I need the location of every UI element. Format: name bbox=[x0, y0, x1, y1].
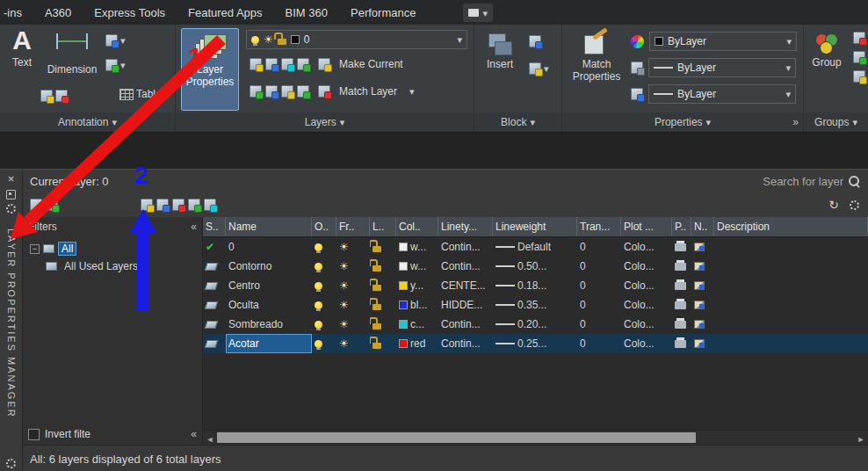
column-header[interactable]: Plot ... bbox=[621, 217, 672, 236]
column-header[interactable]: Description bbox=[714, 217, 868, 236]
layer-description-cell[interactable] bbox=[714, 237, 868, 257]
layer-freeze-icon[interactable] bbox=[339, 260, 349, 272]
plot-icon[interactable] bbox=[675, 301, 686, 309]
ribbon-tab-featured-apps[interactable]: Featured Apps bbox=[188, 6, 263, 19]
column-header[interactable]: Tran... bbox=[577, 217, 621, 236]
match-layer-label[interactable]: Match Layer bbox=[339, 85, 397, 98]
settings-gear-icon[interactable] bbox=[850, 200, 859, 210]
layer-transparency-cell[interactable]: 0 bbox=[577, 257, 621, 276]
insert-block-button[interactable]: Insert bbox=[478, 26, 522, 70]
layer-name-cell[interactable]: Sombreado bbox=[226, 315, 312, 334]
layer-on-icon[interactable] bbox=[315, 282, 322, 290]
layer-freeze-icon[interactable] bbox=[339, 299, 349, 311]
plot-icon[interactable] bbox=[675, 263, 686, 271]
plot-icon[interactable] bbox=[675, 243, 686, 251]
text-tool-button[interactable]: Text bbox=[4, 26, 40, 69]
layer-lock-tool-icon[interactable] bbox=[281, 85, 293, 98]
close-icon[interactable] bbox=[8, 172, 15, 185]
layer-freeze-tool-icon[interactable] bbox=[281, 58, 293, 70]
layer-name-cell[interactable]: Centro bbox=[226, 276, 312, 295]
layer-lineweight-cell[interactable]: 0.35... bbox=[493, 295, 577, 315]
layer-color-cell[interactable]: w... bbox=[396, 257, 438, 276]
filter-item-all-used-layers[interactable]: All Used Layers bbox=[23, 257, 202, 275]
layer-lineweight-cell[interactable]: Default bbox=[493, 237, 577, 257]
layer-name-cell[interactable]: Acotar bbox=[226, 334, 312, 353]
layer-previous-icon[interactable] bbox=[297, 85, 309, 98]
column-header[interactable]: Linety... bbox=[438, 217, 493, 236]
vp-freeze-icon[interactable] bbox=[694, 243, 705, 251]
layer-description-cell[interactable] bbox=[714, 257, 868, 276]
layer-on-icon[interactable] bbox=[315, 243, 322, 251]
panel-caption-annotation[interactable]: Annotation bbox=[0, 112, 175, 132]
layer-properties-button[interactable]: Layer Properties bbox=[181, 28, 239, 111]
layer-row-Centro[interactable]: Centroy...CENTE...0.18...0Colo... bbox=[203, 276, 868, 295]
layer-states-icon[interactable] bbox=[204, 199, 216, 211]
ribbon-tab-a360[interactable]: A360 bbox=[45, 6, 71, 19]
dimension-tool-button[interactable]: Dimension bbox=[44, 26, 100, 76]
layer-on-icon[interactable] bbox=[315, 340, 322, 348]
layer-transparency-cell[interactable]: 0 bbox=[577, 237, 621, 257]
column-header[interactable]: Name bbox=[226, 217, 312, 236]
object-color-dropdown[interactable]: ByLayer bbox=[649, 32, 797, 51]
layer-lineweight-cell[interactable]: 0.20... bbox=[493, 315, 577, 334]
linetype-dropdown[interactable]: ByLayer bbox=[648, 84, 796, 104]
layer-freeze-icon[interactable] bbox=[339, 337, 349, 350]
delete-layer-icon[interactable] bbox=[172, 199, 184, 211]
layer-description-cell[interactable] bbox=[714, 315, 868, 334]
new-layer-icon[interactable] bbox=[141, 199, 153, 211]
annotation-small-tools[interactable] bbox=[40, 90, 68, 102]
column-header[interactable]: Lineweight bbox=[493, 217, 577, 236]
layer-description-cell[interactable] bbox=[714, 276, 868, 295]
panel-expand-icon[interactable] bbox=[792, 116, 799, 128]
match-properties-button[interactable]: Match Properties bbox=[571, 26, 622, 83]
vp-freeze-icon[interactable] bbox=[694, 320, 705, 329]
tree-expander-icon[interactable] bbox=[30, 244, 40, 254]
layer-row-0[interactable]: 0w...Contin...Default0Colo... bbox=[203, 237, 868, 257]
vp-freeze-icon[interactable] bbox=[694, 339, 705, 348]
lineweight-dropdown[interactable]: ByLayer bbox=[648, 58, 796, 77]
make-current-label[interactable]: Make Current bbox=[339, 58, 403, 70]
layer-lock-icon[interactable] bbox=[373, 323, 381, 330]
layer-transparency-cell[interactable]: 0 bbox=[577, 276, 621, 295]
column-header[interactable]: Fr.. bbox=[336, 217, 370, 236]
palette-settings-icon[interactable] bbox=[6, 204, 16, 214]
layer-isolate-icon[interactable] bbox=[265, 58, 278, 70]
block-tool-2[interactable] bbox=[529, 62, 549, 75]
ribbon-display-toggle-button[interactable] bbox=[463, 4, 493, 22]
plot-icon[interactable] bbox=[675, 321, 686, 329]
layer-lineweight-cell[interactable]: 0.50... bbox=[493, 257, 577, 276]
layer-color-cell[interactable]: c... bbox=[396, 315, 438, 334]
layer-plotstyle-cell[interactable]: Colo... bbox=[621, 257, 672, 276]
layer-color-cell[interactable]: red bbox=[396, 334, 438, 353]
layer-lock-icon[interactable] bbox=[373, 265, 381, 272]
chevron-down-icon[interactable] bbox=[409, 84, 415, 98]
layer-row-Oculta[interactable]: Ocultabl...HIDDE...0.35...0Colo... bbox=[203, 295, 868, 315]
layer-plotstyle-cell[interactable]: Colo... bbox=[621, 315, 672, 334]
layer-lineweight-cell[interactable]: 0.18... bbox=[493, 276, 577, 295]
ribbon-tab-addins[interactable]: -ins bbox=[4, 6, 22, 19]
layer-freeze-icon[interactable] bbox=[339, 279, 349, 292]
layer-name-cell[interactable]: Contorno bbox=[226, 257, 312, 276]
layer-linetype-cell[interactable]: Contin... bbox=[438, 237, 493, 257]
layer-transparency-cell[interactable]: 0 bbox=[577, 315, 621, 334]
plot-icon[interactable] bbox=[675, 282, 686, 290]
make-current-icon[interactable] bbox=[318, 58, 330, 70]
layer-row-Contorno[interactable]: Contornow...Contin...0.50...0Colo... bbox=[203, 257, 868, 276]
layer-description-cell[interactable] bbox=[714, 334, 868, 353]
vp-freeze-icon[interactable] bbox=[694, 281, 705, 290]
new-layer-vp-frozen-icon[interactable] bbox=[156, 199, 169, 211]
annotation-flyout-1[interactable] bbox=[105, 33, 126, 47]
vp-freeze-icon[interactable] bbox=[694, 262, 705, 271]
set-current-layer-icon[interactable] bbox=[188, 199, 200, 211]
column-header[interactable]: L.. bbox=[370, 217, 396, 236]
layer-lock-icon[interactable] bbox=[373, 304, 381, 310]
layer-thaw-icon[interactable] bbox=[265, 85, 278, 98]
layer-linetype-cell[interactable]: Contin... bbox=[438, 257, 493, 276]
column-header[interactable]: S.. bbox=[203, 217, 226, 236]
layer-plotstyle-cell[interactable]: Colo... bbox=[621, 276, 672, 295]
scroll-left-icon[interactable] bbox=[203, 431, 217, 445]
layer-on-icon[interactable] bbox=[315, 321, 322, 329]
column-header[interactable]: Col.. bbox=[396, 217, 438, 236]
layer-dropdown[interactable]: 0 bbox=[246, 30, 467, 49]
layer-description-cell[interactable] bbox=[714, 295, 868, 315]
